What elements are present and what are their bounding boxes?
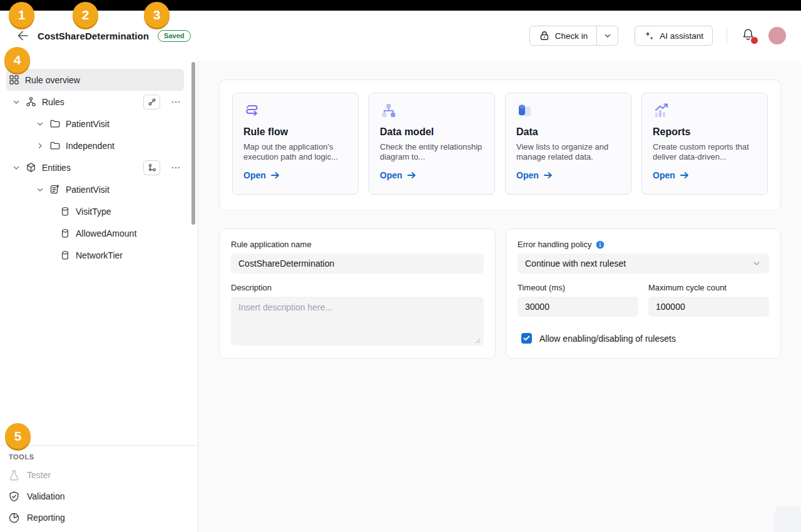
cube-icon: [26, 162, 36, 173]
rule-application-form-panel: Rule application name Description: [219, 228, 496, 359]
annotation-badge-5: 5: [5, 423, 31, 449]
open-label: Open: [380, 170, 402, 180]
rule-overview-label: Rule overview: [25, 75, 80, 85]
chevron-right-icon[interactable]: [36, 142, 44, 150]
field-label: NetworkTier: [76, 250, 123, 260]
rulesets-checkbox[interactable]: [521, 333, 532, 344]
shortcut-cards-panel: Rule flow Map out the application's exec…: [219, 79, 781, 211]
check-in-menu-button[interactable]: [596, 26, 618, 45]
ai-assistant-label: AI assistant: [660, 31, 703, 41]
cycle-count-input[interactable]: [648, 297, 769, 317]
tools-section: TOOLS Tester Validation: [0, 445, 198, 532]
arrow-left-icon: [16, 29, 29, 43]
check-in-button[interactable]: Check in: [530, 26, 597, 45]
notifications-button[interactable]: [741, 28, 756, 44]
reports-icon: [653, 103, 757, 119]
card-description: Check the entity relationship diagram to…: [380, 142, 484, 163]
chevron-down-icon[interactable]: [36, 186, 44, 193]
tester-label: Tester: [27, 470, 51, 480]
avatar[interactable]: [768, 27, 786, 44]
card-data-model[interactable]: Data model Check the entity relationship…: [369, 93, 495, 195]
data-model-icon: [380, 103, 484, 119]
error-policy-value: Continue with next ruleset: [525, 258, 626, 269]
app-header: CostShareDetermination Saved Check in: [0, 11, 801, 61]
card-title: Data model: [380, 126, 484, 138]
field-cylinder-icon: [60, 207, 70, 217]
card-description: Create custom reports that deliver data-…: [653, 142, 757, 163]
arrow-right-icon: [680, 171, 689, 180]
back-button[interactable]: [15, 28, 30, 43]
card-description: View lists to organize and manage relate…: [516, 142, 620, 163]
flask-icon: [8, 469, 20, 481]
annotation-badge-1: 1: [9, 2, 34, 28]
timeout-label: Timeout (ms): [518, 283, 638, 292]
rules-label: Rules: [42, 97, 64, 107]
sidebar-item-entity-patientvisit[interactable]: PatientVisit: [6, 178, 184, 200]
timeout-input[interactable]: [518, 297, 638, 317]
folder-icon: [49, 140, 60, 151]
entities-label: Entities: [42, 163, 71, 173]
open-data-model-link[interactable]: Open: [380, 170, 484, 180]
ellipsis-icon: [171, 101, 180, 103]
pie-chart-icon: [8, 512, 20, 524]
sidebar-item-field-networktier[interactable]: NetworkTier: [6, 244, 184, 266]
field-cylinder-icon: [60, 228, 70, 238]
sidebar-item-rules-patientvisit[interactable]: PatientVisit: [6, 113, 184, 135]
field-label: VisitType: [76, 207, 111, 217]
header-divider: [727, 27, 727, 44]
card-title: Reports: [653, 126, 757, 138]
chevron-down-icon[interactable]: [36, 120, 44, 128]
shield-check-icon: [8, 491, 20, 503]
info-icon[interactable]: [596, 240, 605, 249]
sidebar-item-field-visittype[interactable]: VisitType: [6, 200, 184, 222]
sidebar-scrollbar[interactable]: [191, 62, 195, 225]
card-title: Rule flow: [243, 126, 347, 138]
open-reports-link[interactable]: Open: [653, 170, 757, 180]
chevron-down-icon[interactable]: [13, 98, 20, 106]
rules-flow-button[interactable]: [143, 95, 160, 110]
sidebar-item-field-allowedamount[interactable]: AllowedAmount: [6, 222, 184, 244]
open-rule-flow-link[interactable]: Open: [243, 170, 347, 180]
ellipsis-icon: [171, 166, 180, 169]
check-in-label: Check in: [555, 31, 588, 41]
cycle-count-label: Maximum cycle count: [648, 283, 769, 292]
lock-icon: [539, 30, 550, 41]
chevron-down-icon: [603, 31, 612, 40]
rules-more-button[interactable]: [170, 95, 182, 110]
rule-application-name-input[interactable]: [231, 253, 484, 274]
tools-heading: TOOLS: [0, 453, 198, 461]
field-cylinder-icon: [60, 250, 70, 260]
entities-more-button[interactable]: [170, 160, 182, 175]
card-description: Map out the application's execution path…: [243, 142, 347, 163]
entity-label: PatientVisit: [66, 185, 110, 195]
connection-icon: [148, 98, 156, 106]
sidebar-item-entities[interactable]: Entities: [6, 156, 184, 178]
data-icon: [516, 103, 620, 119]
navigation-tree: Rule overview Rules: [0, 69, 198, 266]
sidebar-item-reporting[interactable]: Reporting: [0, 507, 198, 528]
sidebar: Rule overview Rules: [0, 61, 198, 532]
chevron-down-icon[interactable]: [13, 164, 20, 171]
sidebar-item-rules[interactable]: Rules: [6, 91, 184, 113]
open-data-link[interactable]: Open: [516, 170, 620, 180]
sparkles-icon: [644, 31, 655, 41]
ruleset-settings-panel: Error handling policy Continue with next…: [506, 228, 781, 359]
grid-icon: [9, 74, 19, 85]
sidebar-item-validation[interactable]: Validation: [0, 486, 198, 507]
description-textarea[interactable]: [231, 297, 484, 345]
card-data[interactable]: Data View lists to organize and manage r…: [505, 93, 631, 195]
error-policy-label: Error handling policy: [518, 240, 592, 249]
sidebar-item-tester[interactable]: Tester: [0, 464, 198, 486]
rulesets-checkbox-label: Allow enabling/disabling of rulesets: [539, 334, 676, 344]
main-content: Rule flow Map out the application's exec…: [198, 61, 801, 532]
sidebar-item-rules-independent[interactable]: Independent: [6, 135, 184, 156]
ai-assistant-button[interactable]: AI assistant: [635, 26, 713, 46]
sitemap-icon: [26, 96, 36, 107]
error-policy-select[interactable]: Continue with next ruleset: [518, 253, 769, 274]
arrow-right-icon: [270, 171, 280, 180]
card-reports[interactable]: Reports Create custom reports that deliv…: [641, 93, 768, 195]
description-field-label: Description: [231, 283, 484, 292]
sidebar-item-rule-overview[interactable]: Rule overview: [6, 69, 184, 91]
entities-schema-button[interactable]: [143, 160, 160, 175]
card-rule-flow[interactable]: Rule flow Map out the application's exec…: [232, 93, 359, 195]
